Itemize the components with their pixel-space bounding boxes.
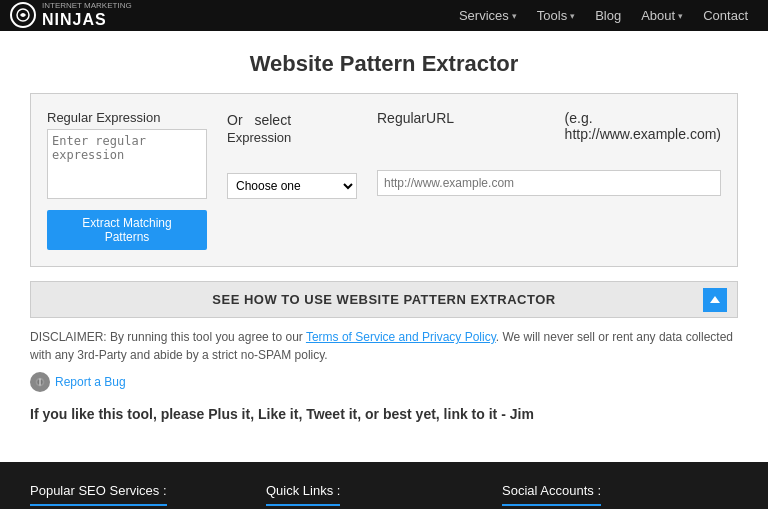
collapsible-label: SEE HOW TO USE WEBSITE PATTERN EXTRACTOR (212, 292, 555, 307)
report-bug-row: Report a Bug (30, 372, 738, 392)
regex-label: Regular Expression (47, 110, 207, 125)
footer-quick-links: Quick Links : Home About Ninjas (266, 482, 482, 509)
navbar: INTERNET MARKETING NINJAS Services ▾ Too… (0, 0, 768, 31)
social-heading: Social Accounts : (502, 483, 601, 506)
logo-tagline: INTERNET MARKETING (42, 2, 132, 11)
collapsible-toggle[interactable] (703, 288, 727, 312)
about-caret: ▾ (678, 11, 683, 21)
select-column: Or select Expression Choose one (227, 110, 357, 250)
report-bug-link[interactable]: Report a Bug (55, 375, 126, 389)
footer: Popular SEO Services : Link Building Ser… (0, 462, 768, 509)
bug-icon (30, 372, 50, 392)
svg-marker-1 (710, 296, 720, 303)
tools-caret: ▾ (570, 11, 575, 21)
logo-brand: NINJAS (42, 11, 132, 29)
logo[interactable]: INTERNET MARKETING NINJAS (10, 2, 132, 28)
collapsible-bar[interactable]: SEE HOW TO USE WEBSITE PATTERN EXTRACTOR (30, 281, 738, 318)
regex-input[interactable] (47, 129, 207, 199)
extract-button[interactable]: Extract Matching Patterns (47, 210, 207, 250)
expression-label: Expression (227, 130, 291, 145)
services-caret: ▾ (512, 11, 517, 21)
footer-popular-seo: Popular SEO Services : Link Building Ser… (30, 482, 246, 509)
url-column: RegularURL (e.g. http://www.example.com) (377, 110, 721, 250)
url-input[interactable] (377, 170, 721, 196)
expression-select[interactable]: Choose one (227, 173, 357, 199)
logo-circle (10, 2, 36, 28)
footer-seo-col: Popular SEO Services : Link Building Ser… (30, 482, 246, 509)
quick-links-heading: Quick Links : (266, 483, 340, 506)
nav-tools[interactable]: Tools ▾ (527, 0, 585, 31)
footer-social: Social Accounts : ▮ Like Us On Facebook … (502, 482, 610, 509)
main-content: Website Pattern Extractor Regular Expres… (0, 31, 768, 442)
select-text: select (254, 112, 291, 128)
nav-about[interactable]: About ▾ (631, 0, 693, 31)
or-text: Or (227, 112, 243, 128)
eg-label: (e.g. http://www.example.com) (565, 110, 721, 142)
disclaimer-text: DISCLAIMER: By running this tool you agr… (30, 328, 738, 364)
nav-services[interactable]: Services ▾ (449, 0, 527, 31)
page-title: Website Pattern Extractor (30, 51, 738, 77)
popular-seo-heading: Popular SEO Services : (30, 483, 167, 506)
tos-link[interactable]: Terms of Service and Privacy Policy (306, 330, 496, 344)
regex-column: Regular Expression Extract Matching Patt… (47, 110, 207, 250)
tool-card: Regular Expression Extract Matching Patt… (30, 93, 738, 267)
nav-blog[interactable]: Blog (585, 0, 631, 31)
promo-text: If you like this tool, please Plus it, L… (30, 406, 738, 422)
regular-url-label: RegularURL (377, 110, 454, 126)
nav-contact[interactable]: Contact (693, 0, 758, 31)
